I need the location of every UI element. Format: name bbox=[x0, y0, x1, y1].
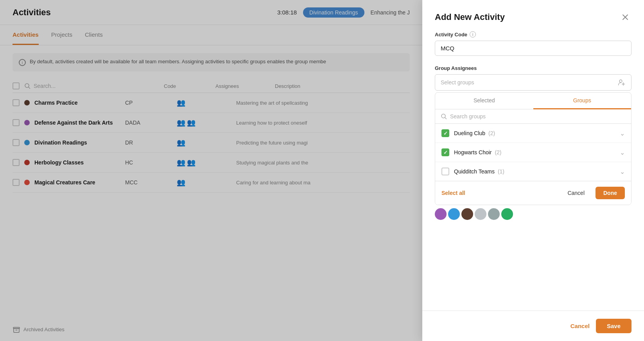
chevron-down-icon[interactable]: ⌄ bbox=[620, 168, 625, 175]
row-checkbox[interactable] bbox=[13, 139, 20, 146]
row-dot bbox=[24, 120, 30, 125]
row-code: DADA bbox=[125, 120, 172, 126]
assignee-icon: 👥 bbox=[187, 118, 196, 127]
row-checkbox[interactable] bbox=[13, 99, 20, 106]
assignee-icon: 👥 bbox=[177, 118, 185, 127]
header-subtitle: Enhancing the J bbox=[371, 9, 410, 16]
dropdown-cancel-button[interactable]: Cancel bbox=[561, 187, 591, 199]
row-assignees: 👥👥 bbox=[177, 118, 231, 127]
group-name: Dueling Club (2) bbox=[454, 130, 615, 136]
avatar bbox=[488, 208, 500, 220]
chevron-down-icon[interactable]: ⌄ bbox=[620, 149, 625, 156]
group-checkbox[interactable] bbox=[441, 129, 449, 137]
header-time: 3:08:18 bbox=[277, 9, 297, 16]
tab-projects[interactable]: Projects bbox=[51, 25, 72, 45]
row-description: Studying magical plants and the bbox=[236, 160, 410, 166]
panel-cancel-button[interactable]: Cancel bbox=[570, 323, 590, 329]
close-icon bbox=[621, 12, 630, 22]
assignee-icon: 👥 bbox=[177, 178, 185, 187]
tab-activities[interactable]: Activities bbox=[13, 25, 39, 45]
activity-code-input[interactable] bbox=[435, 41, 631, 56]
table-row[interactable]: Herbology Classes HC 👥👥 Studying magical… bbox=[13, 153, 410, 173]
header-right: 3:08:18 Divination Readings Enhancing th… bbox=[277, 7, 410, 18]
group-item[interactable]: Hogwarts Choir (2) ⌄ bbox=[435, 143, 631, 162]
table-row[interactable]: Divination Readings DR 👥 Predicting the … bbox=[13, 133, 410, 153]
search-groups-icon bbox=[441, 113, 447, 120]
info-icon: i bbox=[19, 59, 26, 66]
row-code: CP bbox=[125, 100, 172, 106]
tab-clients[interactable]: Clients bbox=[85, 25, 103, 45]
group-item[interactable]: Dueling Club (2) ⌄ bbox=[435, 124, 631, 143]
select-all-button[interactable]: Select all bbox=[441, 190, 465, 196]
activity-code-label: Activity Code i bbox=[435, 31, 631, 37]
row-assignees: 👥👥 bbox=[177, 158, 231, 167]
avatar-strip bbox=[435, 205, 631, 223]
panel-save-button[interactable]: Save bbox=[596, 319, 631, 333]
avatar bbox=[475, 208, 486, 220]
row-description: Learning how to protect oneself bbox=[236, 120, 410, 126]
dropdown-done-button[interactable]: Done bbox=[596, 187, 625, 199]
group-assignees-label: Group Assignees bbox=[435, 65, 631, 71]
dropdown-footer-buttons: Cancel Done bbox=[561, 187, 625, 199]
col-code-header: Code bbox=[164, 83, 211, 89]
archive-icon bbox=[13, 325, 20, 333]
row-name: Charms Practice bbox=[34, 100, 120, 106]
dropdown-footer: Select all Cancel Done bbox=[435, 181, 631, 205]
activities-table: Search... Code Assignees Description Cha… bbox=[0, 79, 422, 193]
info-banner: i By default, activities created will be… bbox=[13, 53, 410, 71]
archived-activities-link[interactable]: Archived Activities bbox=[13, 325, 65, 333]
close-button[interactable] bbox=[619, 11, 631, 23]
svg-line-9 bbox=[445, 118, 447, 119]
row-assignees: 👥 bbox=[177, 178, 231, 187]
row-name: Magical Creatures Care bbox=[34, 179, 120, 186]
assignee-icon: 👥 bbox=[177, 98, 185, 107]
row-checkbox[interactable] bbox=[13, 179, 20, 186]
group-item[interactable]: Quidditch Teams (1) ⌄ bbox=[435, 162, 631, 181]
assignee-icon: 👥 bbox=[177, 158, 185, 167]
group-checkbox[interactable] bbox=[441, 168, 449, 175]
avatar bbox=[501, 208, 513, 220]
table-row[interactable]: Magical Creatures Care MCC 👥 Caring for … bbox=[13, 173, 410, 193]
select-all-checkbox[interactable] bbox=[13, 82, 20, 89]
group-select-trigger[interactable]: Select groups bbox=[435, 74, 631, 91]
group-items-list: Dueling Club (2) ⌄ Hogwarts Choir (2) ⌄ … bbox=[435, 124, 631, 181]
avatar bbox=[448, 208, 460, 220]
app-title: Activities bbox=[13, 7, 51, 18]
avatar bbox=[435, 208, 447, 220]
row-description: Caring for and learning about ma bbox=[236, 180, 410, 186]
col-assignees-header: Assignees bbox=[215, 83, 270, 89]
row-name: Divination Readings bbox=[34, 139, 120, 146]
row-checkbox[interactable] bbox=[13, 159, 20, 166]
table-row[interactable]: Charms Practice CP 👥 Mastering the art o… bbox=[13, 93, 410, 113]
row-assignees: 👥 bbox=[177, 138, 231, 147]
search-box[interactable]: Search... bbox=[24, 83, 159, 89]
group-count: (2) bbox=[488, 130, 495, 136]
avatar bbox=[461, 208, 473, 220]
group-name: Hogwarts Choir (2) bbox=[454, 149, 615, 155]
group-search[interactable]: Search groups bbox=[435, 109, 631, 124]
search-icon bbox=[24, 83, 30, 89]
panel-footer: Cancel Save bbox=[422, 311, 644, 341]
add-user-icon bbox=[618, 79, 626, 86]
main-tabs: Activities Projects Clients bbox=[0, 25, 422, 45]
row-code: HC bbox=[125, 159, 172, 166]
main-header: Activities 3:08:18 Divination Readings E… bbox=[0, 0, 422, 25]
panel-header: Add New Activity bbox=[422, 0, 644, 31]
table-row[interactable]: Defense Against the Dark Arts DADA 👥👥 Le… bbox=[13, 113, 410, 133]
row-dot bbox=[24, 140, 30, 145]
panel-body: Activity Code i Group Assignees Select g… bbox=[422, 31, 644, 311]
row-description: Mastering the art of spellcasting bbox=[236, 100, 410, 106]
assignee-icon: 👥 bbox=[177, 138, 185, 147]
tab-selected[interactable]: Selected bbox=[435, 93, 533, 109]
activity-badge[interactable]: Divination Readings bbox=[303, 7, 364, 18]
row-checkbox[interactable] bbox=[13, 119, 20, 126]
table-header: Search... Code Assignees Description bbox=[13, 79, 410, 93]
tab-groups[interactable]: Groups bbox=[533, 93, 631, 109]
assignee-icon: 👥 bbox=[187, 158, 196, 167]
add-activity-panel: Add New Activity Activity Code i Group A… bbox=[422, 0, 644, 341]
chevron-down-icon[interactable]: ⌄ bbox=[620, 130, 625, 137]
row-dot bbox=[24, 180, 30, 185]
row-code: MCC bbox=[125, 179, 172, 186]
group-checkbox[interactable] bbox=[441, 148, 449, 156]
row-assignees: 👥 bbox=[177, 98, 231, 107]
